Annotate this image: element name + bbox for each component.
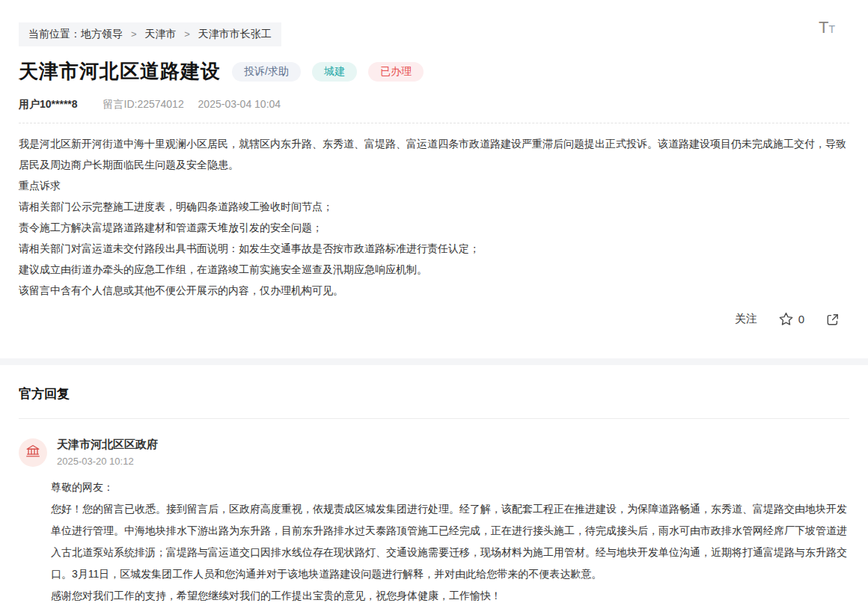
status-badge: 已办理: [368, 62, 424, 82]
message-paragraph: 重点诉求: [19, 175, 849, 196]
avatar: [19, 438, 47, 467]
font-size-toggle-icon[interactable]: TT: [819, 19, 835, 36]
font-size-small-glyph: T: [828, 23, 835, 35]
message-paragraph: 请相关部门公示完整施工进度表，明确四条道路竣工验收时间节点；: [19, 196, 849, 217]
star-icon: [778, 311, 794, 327]
message-paragraph: 责令施工方解决富堤路道路建材和管道露天堆放引发的安全问题；: [19, 217, 849, 238]
government-building-icon: [25, 443, 41, 462]
heading-divider: [19, 418, 849, 419]
message-paragraph: 我是河北区新开河街道中海十里观澜小区居民，就辖区内东升路、东秀道、富堤路、富运道…: [19, 133, 849, 175]
page: 当前位置：地方领导 > 天津市 > 天津市市长张工 TT 天津市河北区道路建设 …: [0, 0, 868, 603]
agency-name: 天津市河北区区政府: [57, 438, 158, 452]
tag-category: 城建: [312, 62, 357, 82]
section-divider-band: [0, 358, 868, 365]
reply-body: 尊敬的网友： 您好！您的留言已收悉。接到留言后，区政府高度重视，依规责成区城发集…: [51, 477, 849, 603]
official-reply-heading: 官方回复: [19, 385, 849, 402]
reply-info: 天津市河北区区政府 2025-03-20 10:12: [57, 438, 158, 467]
reply-header: 天津市河北区区政府 2025-03-20 10:12: [19, 438, 849, 467]
page-title: 天津市河北区道路建设: [19, 58, 221, 85]
reply-paragraph: 您好！您的留言已收悉。接到留言后，区政府高度重视，依规责成区城发集团进行处理。经…: [51, 498, 848, 585]
title-row: 天津市河北区道路建设 投诉/求助 城建 已办理: [19, 58, 849, 85]
username: 用户10*****8: [19, 98, 78, 110]
reply-paragraph: 尊敬的网友：: [51, 477, 848, 498]
breadcrumb: 当前位置：地方领导 > 天津市 > 天津市市长张工: [19, 22, 281, 46]
breadcrumb-item-local-leaders[interactable]: 地方领导: [81, 28, 123, 40]
breadcrumb-item-mayor[interactable]: 天津市市长张工: [198, 28, 272, 40]
reply-date: 2025-03-20 10:12: [57, 456, 158, 467]
font-size-large-glyph: T: [819, 18, 828, 37]
message-paragraph: 请相关部门对富运道未交付路段出具书面说明：如发生交通事故是否按市政道路标准进行责…: [19, 238, 849, 259]
share-icon: [825, 312, 840, 327]
message-paragraph: 建议成立由街道办牵头的应急工作组，在道路竣工前实施安全巡查及汛期应急响应机制。: [19, 259, 849, 280]
message-date: 2025-03-04 10:04: [198, 98, 281, 110]
share-button[interactable]: [825, 312, 840, 327]
follow-label: 关注: [735, 312, 757, 326]
breadcrumb-item-tianjin[interactable]: 天津市: [144, 28, 176, 40]
message-meta: 用户10*****8 留言ID:22574012 2025-03-04 10:0…: [19, 98, 849, 123]
message-body: 我是河北区新开河街道中海十里观澜小区居民，就辖区内东升路、东秀道、富堤路、富运道…: [19, 123, 849, 301]
star-count: 0: [798, 313, 804, 325]
message-card: 当前位置：地方领导 > 天津市 > 天津市市长张工 TT 天津市河北区道路建设 …: [0, 0, 868, 358]
follow-button[interactable]: 关注: [735, 312, 757, 326]
official-reply-card: 官方回复 天津市河北区区政府 2025-03-20 10:12 尊敬的网: [0, 365, 868, 603]
message-id: 留言ID:22574012: [103, 98, 184, 110]
privacy-note: 该留言中含有个人信息或其他不便公开展示的内容，仅办理机构可见。: [19, 280, 849, 301]
breadcrumb-label: 当前位置：: [28, 28, 81, 40]
breadcrumb-separator: >: [184, 28, 190, 40]
star-button[interactable]: 0: [778, 311, 804, 327]
reply-paragraph: 感谢您对我们工作的支持，希望您继续对我们的工作提出宝贵的意见，祝您身体健康，工作…: [51, 585, 848, 603]
breadcrumb-separator: >: [131, 28, 137, 40]
message-actions: 关注 0: [19, 301, 849, 358]
tag-complaint-type: 投诉/求助: [232, 62, 301, 82]
